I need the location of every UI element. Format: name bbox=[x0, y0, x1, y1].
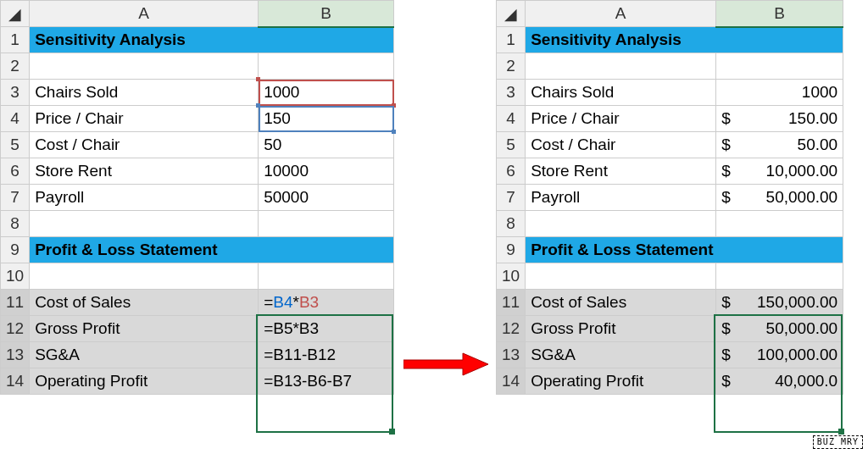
row-header[interactable]: 7 bbox=[1, 185, 30, 211]
cell-value[interactable]: $150.00 bbox=[716, 106, 843, 132]
cell-value[interactable]: $50,000.00 bbox=[716, 316, 843, 342]
cell[interactable] bbox=[526, 211, 716, 237]
cell-label[interactable]: Payroll bbox=[30, 185, 259, 211]
spreadsheet-left[interactable]: ◢ A B 1 Sensitivity Analysis 2 3 Chairs … bbox=[0, 0, 394, 395]
row-header[interactable]: 7 bbox=[497, 185, 526, 211]
row-header[interactable]: 2 bbox=[497, 53, 526, 80]
cell-formula-editing[interactable]: =B4*B3 bbox=[259, 290, 394, 316]
section-title[interactable]: Sensitivity Analysis bbox=[526, 27, 843, 53]
row-header[interactable]: 1 bbox=[1, 27, 30, 53]
cell-value-referenced[interactable]: 1000 bbox=[259, 80, 394, 106]
row-header[interactable]: 9 bbox=[1, 237, 30, 263]
row-header[interactable]: 14 bbox=[1, 368, 30, 395]
cell-label[interactable]: Cost / Chair bbox=[526, 132, 716, 158]
row-header[interactable]: 12 bbox=[497, 316, 526, 342]
section-title[interactable]: Profit & Loss Statement bbox=[526, 237, 843, 263]
currency-symbol: $ bbox=[721, 319, 731, 338]
cell-formula[interactable]: =B5*B3 bbox=[259, 316, 394, 342]
row-header[interactable]: 6 bbox=[1, 158, 30, 185]
cell[interactable] bbox=[716, 263, 843, 290]
fill-handle[interactable] bbox=[389, 429, 395, 435]
currency-symbol: $ bbox=[721, 162, 731, 180]
cell-value[interactable]: $150,000.00 bbox=[716, 290, 843, 316]
row-header[interactable]: 12 bbox=[1, 316, 30, 342]
row-header[interactable]: 6 bbox=[497, 158, 526, 185]
col-header-b[interactable]: B bbox=[259, 1, 394, 27]
section-title[interactable]: Sensitivity Analysis bbox=[30, 27, 394, 53]
fill-handle[interactable] bbox=[838, 429, 844, 435]
row-header[interactable]: 4 bbox=[1, 106, 30, 132]
row-header[interactable]: 11 bbox=[1, 290, 30, 316]
cell-label[interactable]: Chairs Sold bbox=[526, 80, 716, 106]
row-header[interactable]: 8 bbox=[497, 211, 526, 237]
cell-label[interactable]: Cost of Sales bbox=[526, 290, 716, 316]
row-header[interactable]: 9 bbox=[497, 237, 526, 263]
section-title[interactable]: Profit & Loss Statement bbox=[30, 237, 394, 263]
cell-label[interactable]: SG&A bbox=[30, 342, 259, 368]
select-all-corner[interactable]: ◢ bbox=[1, 1, 30, 27]
cell-label[interactable]: Payroll bbox=[526, 185, 716, 211]
cell-value[interactable]: 50000 bbox=[259, 185, 394, 211]
cell[interactable] bbox=[716, 211, 843, 237]
cell-label[interactable]: Gross Profit bbox=[526, 316, 716, 342]
row-header[interactable]: 4 bbox=[497, 106, 526, 132]
cell[interactable] bbox=[30, 263, 259, 290]
cell-value[interactable]: $100,000.00 bbox=[716, 342, 843, 368]
select-all-corner[interactable]: ◢ bbox=[497, 1, 526, 27]
svg-marker-0 bbox=[403, 353, 488, 375]
cell-value[interactable]: $10,000.00 bbox=[716, 158, 843, 185]
cell-value[interactable]: 50 bbox=[259, 132, 394, 158]
cell[interactable] bbox=[259, 211, 394, 237]
cell-label[interactable]: Store Rent bbox=[30, 158, 259, 185]
row-header[interactable]: 14 bbox=[497, 368, 526, 395]
cell-label[interactable]: Gross Profit bbox=[30, 316, 259, 342]
row-header[interactable]: 11 bbox=[497, 290, 526, 316]
cell-label[interactable]: Price / Chair bbox=[526, 106, 716, 132]
cell[interactable] bbox=[30, 211, 259, 237]
cell-label[interactable]: Cost / Chair bbox=[30, 132, 259, 158]
cell-label[interactable]: Price / Chair bbox=[30, 106, 259, 132]
currency-value: 40,000.0 bbox=[775, 372, 837, 390]
cell-value[interactable]: $50.00 bbox=[716, 132, 843, 158]
cell-label[interactable]: Cost of Sales bbox=[30, 290, 259, 316]
row-header[interactable]: 13 bbox=[497, 342, 526, 368]
row-header[interactable]: 2 bbox=[1, 53, 30, 80]
cell-formula[interactable]: =B13-B6-B7 bbox=[259, 368, 394, 395]
cell[interactable] bbox=[259, 53, 394, 80]
currency-value: 10,000.00 bbox=[766, 162, 838, 180]
row-header[interactable]: 10 bbox=[497, 263, 526, 290]
row-header[interactable]: 13 bbox=[1, 342, 30, 368]
col-header-a[interactable]: A bbox=[526, 1, 716, 27]
cell[interactable] bbox=[716, 53, 843, 80]
cell-value[interactable]: $40,000.0 bbox=[716, 368, 843, 395]
row-header[interactable]: 3 bbox=[1, 80, 30, 106]
cell-label[interactable]: Chairs Sold bbox=[30, 80, 259, 106]
cell-formula[interactable]: =B11-B12 bbox=[259, 342, 394, 368]
row-header[interactable]: 5 bbox=[1, 132, 30, 158]
cell-label[interactable]: Store Rent bbox=[526, 158, 716, 185]
currency-value: 150.00 bbox=[788, 109, 837, 128]
currency-value: 50,000.00 bbox=[766, 188, 838, 207]
formula-ref: B3 bbox=[299, 293, 319, 311]
row-header[interactable]: 10 bbox=[1, 263, 30, 290]
formula-ref: B4 bbox=[273, 293, 292, 311]
cell-label[interactable]: Operating Profit bbox=[526, 368, 716, 395]
row-header[interactable]: 1 bbox=[497, 27, 526, 53]
cell-value[interactable]: $50,000.00 bbox=[716, 185, 843, 211]
col-header-b[interactable]: B bbox=[716, 1, 843, 27]
cell[interactable] bbox=[30, 53, 259, 80]
arrow-icon bbox=[403, 352, 488, 377]
cell-value[interactable]: 10000 bbox=[259, 158, 394, 185]
cell-value-referenced[interactable]: 150 bbox=[259, 106, 394, 132]
row-header[interactable]: 8 bbox=[1, 211, 30, 237]
row-header[interactable]: 5 bbox=[497, 132, 526, 158]
col-header-a[interactable]: A bbox=[30, 1, 259, 27]
cell-label[interactable]: SG&A bbox=[526, 342, 716, 368]
cell-label[interactable]: Operating Profit bbox=[30, 368, 259, 395]
cell[interactable] bbox=[526, 53, 716, 80]
cell[interactable] bbox=[526, 263, 716, 290]
row-header[interactable]: 3 bbox=[497, 80, 526, 106]
cell-value[interactable]: 1000 bbox=[716, 80, 843, 106]
cell[interactable] bbox=[259, 263, 394, 290]
spreadsheet-right[interactable]: ◢ A B 1 Sensitivity Analysis 2 3 Chairs … bbox=[496, 0, 843, 395]
